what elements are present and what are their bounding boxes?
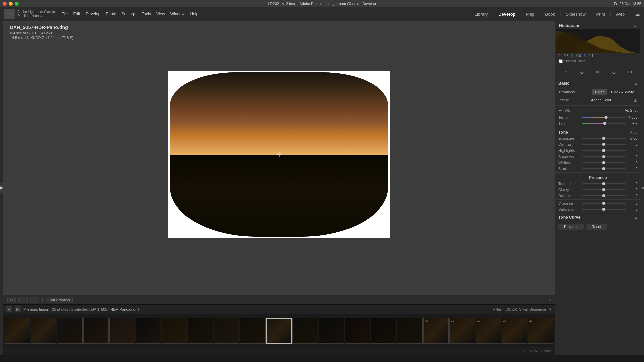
nav-book[interactable]: Book (542, 10, 558, 18)
photo-canvas[interactable]: DAN_5057-HDR-Pano.dng 0.4 sec at f / 7.1… (3, 21, 555, 295)
clarity-slider[interactable] (582, 189, 626, 190)
menu-develop[interactable]: Develop (86, 12, 100, 16)
list-item[interactable] (319, 318, 344, 344)
view-survey-btn[interactable]: ⊟ (30, 297, 39, 303)
view-compare-btn[interactable]: ⊞ (18, 297, 28, 303)
wb-eyedropper-icon[interactable]: ✒ (558, 108, 562, 113)
tone-auto-btn[interactable]: Auto (630, 130, 638, 134)
temp-slider[interactable] (582, 117, 626, 118)
menu-file[interactable]: File (61, 12, 68, 16)
list-item[interactable]: 20 (423, 318, 449, 344)
menu-photo[interactable]: Photo (106, 12, 116, 16)
hsl-icon[interactable]: ✏ (593, 67, 603, 77)
list-item[interactable]: 23 (528, 318, 553, 344)
profile-value[interactable]: Adobe Color (591, 98, 611, 102)
left-panel-toggle[interactable]: ▶ (0, 21, 3, 355)
photo-info: DAN_5057-HDR-Pano.dng 0.4 sec at f / 7.1… (10, 25, 74, 40)
color-btn[interactable]: Color (592, 89, 607, 95)
window-controls[interactable] (3, 2, 19, 6)
nav-slideshow[interactable]: Slideshow (562, 10, 589, 18)
zoom-level: Fit (547, 298, 551, 302)
menu-tools[interactable]: Tools (142, 12, 151, 16)
view-single-btn[interactable]: □ (7, 297, 16, 303)
filmstrip-prev-btn[interactable]: ◀ (6, 306, 12, 312)
minimize-button[interactable] (9, 2, 13, 6)
shadows-slider[interactable] (582, 156, 626, 157)
tone-curve-collapse[interactable]: ▲ (634, 216, 638, 219)
cloud-icon[interactable]: ☁ (635, 11, 640, 17)
crop-cursor: ✛ (277, 151, 282, 158)
saturation-value: 0 (628, 207, 638, 212)
module-nav: Library | Develop | Map | Book | Slidesh… (471, 10, 640, 18)
list-item[interactable] (5, 318, 30, 344)
list-item[interactable] (266, 318, 292, 344)
list-item[interactable] (31, 318, 56, 344)
bw-btn[interactable]: Black & White (608, 89, 637, 95)
divider (555, 127, 641, 127)
list-item[interactable] (240, 318, 266, 344)
ground-layer (170, 155, 388, 237)
tint-slider[interactable] (582, 123, 626, 124)
maximize-button[interactable] (15, 2, 19, 6)
nav-print[interactable]: Print (593, 10, 608, 18)
list-item[interactable] (162, 318, 187, 344)
tone-curve-icon[interactable]: ⊕ (577, 67, 587, 77)
menu-settings[interactable]: Settings (122, 12, 136, 16)
histogram-collapse[interactable]: ▲ (634, 24, 637, 28)
profile-grid-icon[interactable]: ⊞ (634, 97, 638, 103)
left-panel-arrow[interactable]: ▶ (0, 183, 3, 193)
close-button[interactable] (3, 2, 7, 6)
list-item[interactable] (345, 318, 370, 344)
exposure-slider[interactable] (582, 138, 626, 139)
right-panel-arrow[interactable]: ◀ (641, 186, 644, 190)
main-layout: ▶ DAN_5057-HDR-Pano.dng 0.4 sec at f / 7… (0, 21, 644, 355)
list-item[interactable] (214, 318, 239, 344)
list-item[interactable] (83, 318, 109, 344)
list-item[interactable] (109, 318, 135, 344)
nav-develop[interactable]: Develop (495, 10, 519, 18)
menu-edit[interactable]: Edit (73, 12, 80, 16)
menu-window[interactable]: Window (170, 12, 185, 16)
blacks-slider[interactable] (582, 168, 626, 169)
list-item[interactable]: 21 (449, 318, 475, 344)
tone-curve-reset-btn[interactable]: Reset (586, 224, 607, 230)
soft-proofing-btn[interactable]: Soft Proofing (46, 297, 73, 303)
color-grading-icon[interactable]: ⊙ (609, 67, 619, 77)
wb-value[interactable]: As Shot (625, 108, 638, 112)
highlights-slider[interactable] (582, 150, 626, 151)
nav-map[interactable]: Map (523, 10, 538, 18)
list-item[interactable] (188, 318, 213, 344)
nav-library[interactable]: Library (471, 10, 491, 18)
filmstrip-filter[interactable]: Filter : :00 LRTS Full Sequence ▼ (493, 307, 552, 311)
vibrance-slider[interactable] (582, 203, 626, 204)
nav-web[interactable]: Web (612, 10, 628, 18)
filmstrip-file: DAN_5057-HDR-Pano.dng (91, 307, 136, 311)
previous-import-label[interactable]: Previous Import (23, 307, 49, 311)
whites-slider[interactable] (582, 162, 626, 163)
menu-view[interactable]: View (156, 12, 165, 16)
tone-curve-buttons: Previous Reset (555, 222, 641, 232)
texture-slider[interactable] (582, 183, 626, 184)
basic-collapse-arrow[interactable]: ▲ (634, 82, 638, 85)
original-photo-checkbox[interactable] (559, 59, 563, 63)
list-item[interactable]: 22 (476, 318, 501, 344)
highlights-value: 0 (628, 148, 638, 153)
list-item[interactable] (136, 318, 161, 344)
list-item[interactable] (292, 318, 318, 344)
basic-section-header[interactable]: Basic ▲ (555, 79, 641, 88)
tone-curve-previous-btn[interactable]: Previous (558, 224, 584, 230)
dehaze-slider[interactable] (582, 195, 626, 196)
saturation-slider[interactable] (582, 209, 626, 210)
right-panel-toggle[interactable]: ◀ (641, 21, 644, 355)
temp-label: Temp (558, 115, 580, 119)
basic-adjustments-icon[interactable]: ≡ (561, 67, 571, 77)
blacks-label: Blacks (558, 167, 580, 171)
list-item[interactable]: 27 (502, 318, 527, 344)
detail-icon[interactable]: ⚙ (626, 67, 635, 77)
filmstrip-next-btn[interactable]: ▶ (15, 306, 21, 312)
list-item[interactable] (57, 318, 83, 344)
contrast-slider[interactable] (582, 144, 626, 145)
menu-help[interactable]: Help (190, 12, 198, 16)
list-item[interactable] (397, 318, 423, 344)
list-item[interactable] (371, 318, 396, 344)
